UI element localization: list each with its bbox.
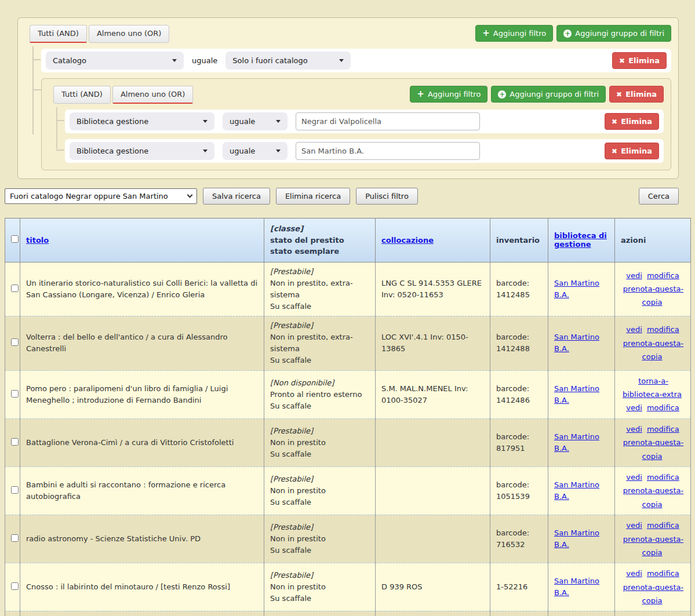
action-link-vedi[interactable]: vedi [626, 325, 642, 334]
add-filter-group-button[interactable]: + Aggiungi gruppo di filtri [556, 25, 671, 42]
delete-filter-button[interactable]: ✖ Elimina [612, 52, 667, 69]
action-link-prenota-questa-copia[interactable]: prenota-questa-copia [623, 583, 683, 605]
saved-search-value: Fuori catalogo Negrar oppure San Martino [10, 192, 168, 201]
sort-titolo-link[interactable]: titolo [26, 236, 49, 245]
row-checkbox[interactable] [11, 486, 19, 494]
action-link-vedi[interactable]: vedi [626, 569, 642, 578]
results-tbody: Un itinerario storico-naturalistico sui … [5, 262, 691, 616]
tab-inner-almeno-uno-or[interactable]: Almeno uno (OR) [112, 86, 193, 104]
status-loan: Non in prestito [270, 437, 369, 449]
add-filter-group-button-inner[interactable]: + Aggiungi gruppo di filtri [491, 86, 606, 103]
action-link-prenota-questa-copia[interactable]: prenota-questa-copia [623, 339, 683, 361]
row-checkbox[interactable] [11, 582, 19, 590]
status-class: [Prestabile] [270, 473, 369, 485]
action-link-vedi[interactable]: vedi [626, 403, 642, 412]
library-link[interactable]: San Martino B.A. [554, 577, 599, 597]
action-link-vedi[interactable]: vedi [626, 271, 642, 280]
table-row: Cnosso : il labirinto del minotauro / [t… [5, 563, 691, 611]
status-class: [Prestabile] [270, 320, 369, 331]
collocation-cell: LOC XVI'.4.1 Inv: 0150-13865 [376, 316, 490, 371]
status-item: Su scaffale [270, 400, 369, 412]
value-input-san-martino[interactable] [296, 142, 480, 160]
collocation-cell: YD 489 DES INV: 12-565646 [376, 611, 490, 616]
title-cell: Penne, Piume e Moschetti / Rodolfo il Gl… [20, 611, 264, 616]
action-link-modifica[interactable]: modifica [647, 271, 679, 280]
value-input-negrar[interactable] [296, 112, 480, 130]
save-search-button[interactable]: Salva ricerca [203, 188, 270, 205]
sort-biblioteca-link[interactable]: biblioteca di gestione [554, 231, 607, 249]
row-select-cell [5, 611, 20, 616]
title-cell: Pomo pero : paralipomeni d'un libro di f… [20, 370, 264, 418]
field-select-biblioteca-1[interactable]: Biblioteca gestione [70, 112, 214, 130]
action-link-prenota-questa-copia[interactable]: prenota-questa-copia [623, 486, 683, 508]
tab-inner-tutti-and[interactable]: Tutti (AND) [53, 86, 111, 104]
status-cell: [Prestabile]Non in prestito, extra-siste… [264, 262, 376, 316]
actions-cell: vedi modifica prenota-questa-copia [615, 466, 691, 515]
caret-down-icon [339, 59, 344, 62]
value-select-value: Solo i fuori catalogo [232, 56, 307, 65]
inventory-cell: barcode: 817951 [490, 418, 548, 466]
action-link-modifica[interactable]: modifica [647, 521, 679, 530]
table-row: Volterra : del bello e dell'antico / a c… [5, 316, 691, 371]
action-link-modifica[interactable]: modifica [647, 473, 679, 482]
tab-almeno-uno-or[interactable]: Almeno uno (OR) [89, 25, 169, 43]
clear-filter-button[interactable]: Pulisci filtro [356, 188, 418, 205]
table-header-row: titolo [classe] stato del prestito stato… [5, 218, 691, 263]
library-link[interactable]: San Martino B.A. [554, 528, 599, 549]
collocation-cell [376, 418, 490, 466]
delete-search-button[interactable]: Elimina ricerca [276, 188, 350, 205]
delete-filter-button-2[interactable]: ✖ Elimina [605, 143, 659, 159]
inventory-cell: barcode: 1051539 [490, 466, 548, 515]
action-link-vedi[interactable]: vedi [626, 473, 642, 482]
operator-select-1[interactable]: uguale [223, 112, 288, 130]
row-checkbox[interactable] [11, 438, 19, 446]
status-loan: Non in prestito [270, 533, 369, 545]
filter-row-catalogo: Catalogo uguale Solo i fuori catalogo ✖ … [41, 49, 671, 72]
sort-collocazione-link[interactable]: collocazione [381, 236, 434, 245]
value-select-fuori-catalogo[interactable]: Solo i fuori catalogo [225, 52, 351, 70]
header-collocazione: collocazione [376, 218, 490, 263]
search-controls: Fuori catalogo Negrar oppure San Martino… [5, 188, 679, 205]
library-link[interactable]: San Martino B.A. [554, 333, 599, 353]
action-link-prenota-questa-copia[interactable]: prenota-questa-copia [623, 285, 683, 307]
action-link-modifica[interactable]: modifica [647, 403, 679, 412]
row-checkbox[interactable] [11, 285, 19, 292]
search-button[interactable]: Cerca [639, 188, 679, 205]
caret-down-icon [276, 120, 281, 123]
outer-group-tabbar: Tutti (AND) Almeno uno (OR) + Aggiungi f… [30, 25, 671, 43]
delete-filter-label: Elimina [621, 147, 652, 155]
action-link-modifica[interactable]: modifica [647, 325, 679, 334]
saved-search-select[interactable]: Fuori catalogo Negrar oppure San Martino [5, 188, 197, 204]
delete-filter-label: Elimina [621, 117, 652, 126]
action-link-prenota-questa-copia[interactable]: prenota-questa-copia [623, 438, 683, 460]
library-cell: San Martino B.A. [548, 563, 615, 611]
action-link-vedi[interactable]: vedi [626, 425, 642, 433]
status-cell: [Prestabile]Non in prestitoSu scaffale [264, 515, 376, 563]
add-filter-button[interactable]: + Aggiungi filtro [475, 25, 553, 42]
select-all-checkbox[interactable] [11, 235, 19, 243]
action-link-modifica[interactable]: modifica [647, 569, 679, 578]
operator-select-2[interactable]: uguale [223, 142, 288, 160]
field-select-catalogo[interactable]: Catalogo [46, 52, 184, 70]
library-link[interactable]: San Martino B.A. [554, 384, 599, 404]
row-checkbox[interactable] [11, 390, 19, 398]
library-link[interactable]: San Martino B.A. [554, 279, 599, 299]
delete-filter-button-1[interactable]: ✖ Elimina [605, 113, 659, 130]
library-link[interactable]: San Martino B.A. [554, 432, 599, 453]
tab-tutti-and[interactable]: Tutti (AND) [30, 25, 87, 43]
action-link-prenota-questa-copia[interactable]: prenota-questa-copia [623, 535, 683, 557]
row-checkbox[interactable] [11, 534, 19, 542]
nested-filter-group: Tutti (AND) Almeno uno (OR) + Aggiungi f… [41, 78, 671, 170]
inner-group-body: Biblioteca gestione uguale ✖ Elimina [49, 110, 664, 163]
x-icon: ✖ [616, 90, 622, 99]
row-select-cell [5, 563, 20, 611]
add-filter-button-inner[interactable]: + Aggiungi filtro [410, 86, 487, 103]
action-link-torna-a-biblioteca-extra[interactable]: torna-a-biblioteca-extra [623, 377, 682, 399]
plus-icon: + [417, 90, 424, 99]
row-checkbox[interactable] [11, 338, 19, 346]
delete-group-button[interactable]: ✖ Elimina [609, 86, 664, 103]
action-link-vedi[interactable]: vedi [626, 521, 642, 530]
library-link[interactable]: San Martino B.A. [554, 480, 599, 501]
field-select-biblioteca-2[interactable]: Biblioteca gestione [70, 142, 214, 160]
action-link-modifica[interactable]: modifica [647, 425, 679, 433]
